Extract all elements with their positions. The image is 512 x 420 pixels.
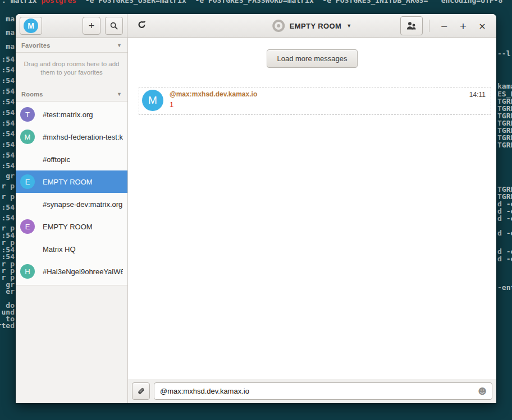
room-label: #Hai3eNgei9ohreeYaiW6f... [43,267,123,276]
terminal-text-fragment: r p [2,192,15,201]
favorites-section-header[interactable]: Favorites ▼ [16,38,127,53]
minimize-button[interactable]: − [436,21,452,31]
room-title: EMPTY ROOM [290,22,342,30]
terminal-text-fragment: kama [497,82,512,90]
favorites-dropzone[interactable]: Drag and drop rooms here to add them to … [16,53,127,81]
terminal-text-fragment: :54 [2,76,15,85]
room-list-item[interactable]: H #Hai3eNgei9ohreeYaiW6f... [16,260,127,283]
titlebar-room-section: EMPTY ROOM ▼ − + × [127,14,496,38]
terminal-text-fragment: --l [497,49,510,58]
message-body: 1 [170,100,257,109]
terminal-text: -e POSTGRES_USER=matrix -e POSTGRES_PASS… [76,0,512,4]
terminal-text-fragment: gr [6,172,15,180]
terminal-text-fragment: :54 [2,98,15,106]
terminal-text-fragment: -ent [497,283,512,292]
paperclip-icon [136,387,145,396]
window-controls: − + × [400,14,496,38]
terminal-left-strip: mamama:54:54:54:54:54:54:54:54:54:54:54g… [0,0,15,420]
terminal-right-strip: --lkamaES_PTGRETGRETGRETGRETGRETGRETGRET… [497,0,512,420]
search-button[interactable] [105,17,123,35]
room-avatar: H [20,264,35,279]
sidebar: Favorites ▼ Drag and drop rooms here to … [16,38,128,403]
chevron-down-icon: ▼ [346,23,351,29]
message-input[interactable] [154,382,492,400]
room-list-item[interactable]: #offtopic [16,148,127,170]
terminal-text-fragment: d -e [497,214,512,223]
room-list-item[interactable]: #synapse-dev:matrix.org [16,193,127,215]
room-list-item[interactable]: Matrix HQ [16,238,127,260]
sync-icon [138,21,146,31]
room-avatar: E [20,174,35,189]
terminal-text-fragment: :54 [2,214,15,222]
terminal-top-line: . matrix postgres -e POSTGRES_USER=matri… [2,0,512,4]
message-timestamp: 14:11 [469,91,486,99]
app-window: M + [16,14,496,403]
emoji-picker-button[interactable]: ☻ [478,386,487,396]
terminal-text-fragment: er [6,287,15,296]
terminal-text-fragment: ma [6,28,15,36]
titlebar-divider [429,20,429,32]
room-label: #synapse-dev:matrix.org [43,200,122,209]
room-label: EMPTY ROOM [43,178,93,186]
terminal-text-fragment: :54 [2,130,15,138]
add-room-button[interactable]: + [83,17,100,35]
maximize-button[interactable]: + [455,21,472,31]
room-avatar: E [20,219,35,234]
terminal-text-fragment: :54 [2,203,15,211]
terminal-text-fragment: d -e [497,255,512,263]
people-icon [406,21,417,30]
room-avatar [20,197,35,211]
message-input-wrap: ☻ [154,382,492,400]
terminal-text-fragment: ma [6,15,15,23]
terminal-highlighted-text: postgres [41,0,76,4]
terminal-text-fragment: d -e [497,229,512,237]
room-list-item[interactable]: T #test:matrix.org [16,103,127,126]
message[interactable]: M @max:mxhsd.dev.kamax.io 1 14:11 [139,87,491,115]
terminal-text-fragment: :54 [2,108,15,117]
expander-caret-icon: ▼ [117,43,122,48]
room-label: #test:matrix.org [43,110,93,119]
room-avatar: M [20,130,35,144]
room-label: #mxhsd-federation-test:k... [43,133,123,141]
plus-icon: + [89,21,95,31]
message-sender: @max:mxhsd.dev.kamax.io [170,90,257,98]
titlebar-sidebar-section: M + [16,14,127,38]
attach-button[interactable] [132,382,150,400]
room-menu-button[interactable]: EMPTY ROOM ▼ [272,20,352,32]
user-menu-button[interactable]: M [20,17,42,35]
room-avatar [20,242,35,256]
message-pane: Load more messages M @max:mxhsd.dev.kama… [128,38,496,403]
terminal-text-fragment: :54 [2,55,15,63]
message-content: @max:mxhsd.dev.kamax.io 1 [163,90,257,111]
expander-caret-icon: ▼ [117,91,122,97]
message-sender-avatar: M [142,90,163,111]
rooms-section-header[interactable]: Rooms ▼ [16,87,127,101]
room-list-item[interactable]: E EMPTY ROOM [16,215,127,238]
terminal-text-fragment: :54 [2,66,15,74]
terminal-text-fragment: rted [0,321,15,330]
user-avatar: M [24,19,38,33]
terminal-text-fragment: :54 [2,161,15,170]
close-button[interactable]: × [474,21,491,31]
room-list-item[interactable]: M #mxhsd-federation-test:k... [16,126,127,148]
room-avatar-placeholder-icon [272,20,285,32]
favorites-header-label: Favorites [21,42,51,49]
rooms-header-label: Rooms [21,91,43,98]
terminal-text-fragment: ma [6,42,15,50]
room-label: Matrix HQ [43,245,76,253]
terminal-text-fragment: TGRE [497,141,512,149]
terminal-text-fragment: r p [2,182,15,190]
room-list-item[interactable]: E EMPTY ROOM [16,170,127,193]
room-label: EMPTY ROOM [43,223,93,231]
titlebar[interactable]: M + [16,14,496,38]
terminal-text-fragment: :54 [2,140,15,149]
terminal-text-fragment: :54 [2,119,15,127]
room-avatar [20,152,35,167]
composer-bar: ☻ [128,379,496,403]
terminal-text-fragment: :54 [2,87,15,95]
members-button[interactable] [400,16,423,35]
terminal-text-fragment: :54 [2,151,15,159]
load-more-messages-button[interactable]: Load more messages [267,49,357,68]
rooms-list: T #test:matrix.org M #mxhsd-federation-t… [16,101,127,285]
room-label: #offtopic [43,155,70,164]
